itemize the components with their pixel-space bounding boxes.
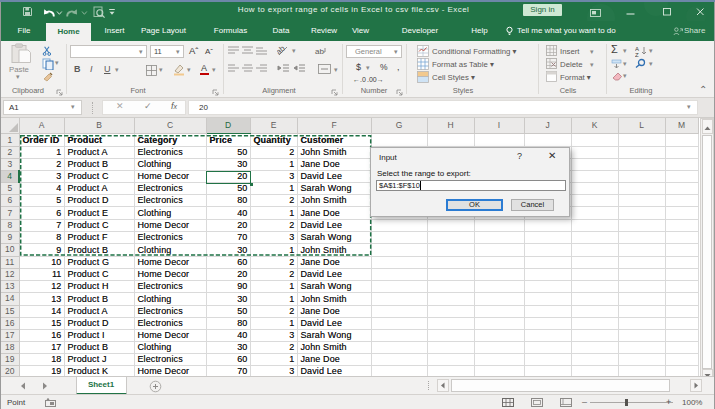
svg-text:ab: ab bbox=[277, 44, 287, 56]
svg-text:Z: Z bbox=[635, 52, 639, 57]
